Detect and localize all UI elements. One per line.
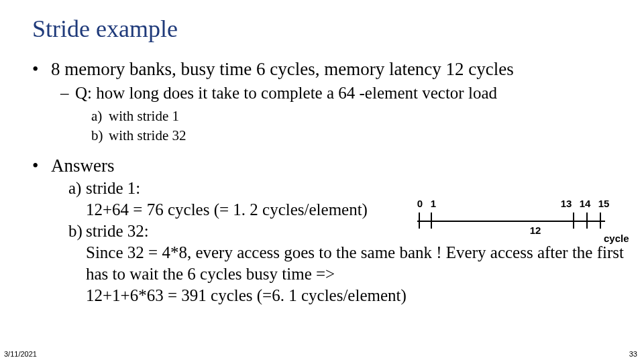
- timeline-label-0: 0: [417, 198, 423, 209]
- answer-a-line2: 12+64 = 76 cycles (= 1. 2 cycles/element…: [86, 200, 368, 219]
- timeline-tick: [573, 213, 574, 229]
- answer-a-label: a): [68, 178, 86, 199]
- timeline-label-13: 13: [561, 198, 572, 209]
- answer-b-line2: Since 32 = 4*8, every access goes to the…: [86, 243, 624, 283]
- option-b-label: b): [91, 126, 109, 145]
- timeline-axis: [417, 221, 605, 222]
- option-a-label: a): [91, 107, 109, 126]
- question-option-b: b)with stride 32: [91, 126, 623, 145]
- bullet-dot-icon: •: [32, 156, 51, 176]
- answers-header: •Answers: [32, 156, 623, 176]
- timeline-diagram: 0 1 13 14 15 12 cycle: [417, 198, 625, 245]
- bullet-dot-icon: •: [32, 59, 51, 80]
- timeline-label-1: 1: [431, 198, 436, 209]
- answer-b-line3: 12+1+6*63 = 391 cycles (=6. 1 cycles/ele…: [86, 286, 407, 304]
- dash-icon: –: [60, 84, 75, 103]
- answer-b-label: b): [68, 221, 86, 242]
- page-title: Stride example: [32, 15, 178, 43]
- question-line: –Q: how long does it take to complete a …: [60, 84, 623, 103]
- timeline-tick: [419, 213, 420, 229]
- bullet-main: •8 memory banks, busy time 6 cycles, mem…: [32, 59, 623, 80]
- timeline-label-14: 14: [580, 198, 591, 209]
- timeline-label-12: 12: [530, 225, 541, 236]
- slide: Stride example •8 memory banks, busy tim…: [0, 0, 644, 362]
- timeline-label-15: 15: [598, 198, 610, 209]
- footer-date: 3/11/2021: [4, 350, 37, 358]
- question-option-a: a)with stride 1: [91, 107, 623, 126]
- answer-b-line1: stride 32:: [86, 222, 149, 240]
- timeline-axis-label: cycle: [604, 233, 629, 244]
- question-text: Q: how long does it take to complete a 6…: [75, 84, 497, 102]
- bullet-main-text: 8 memory banks, busy time 6 cycles, memo…: [51, 59, 514, 79]
- option-a-text: with stride 1: [109, 108, 179, 124]
- timeline-tick: [431, 213, 432, 229]
- timeline-tick: [600, 213, 601, 229]
- answer-a-line1: stride 1:: [86, 179, 140, 197]
- option-b-text: with stride 32: [109, 127, 186, 143]
- timeline-tick: [586, 213, 588, 229]
- slide-body: •8 memory banks, busy time 6 cycles, mem…: [32, 59, 623, 306]
- page-number: 33: [629, 350, 637, 358]
- answers-header-text: Answers: [51, 156, 115, 176]
